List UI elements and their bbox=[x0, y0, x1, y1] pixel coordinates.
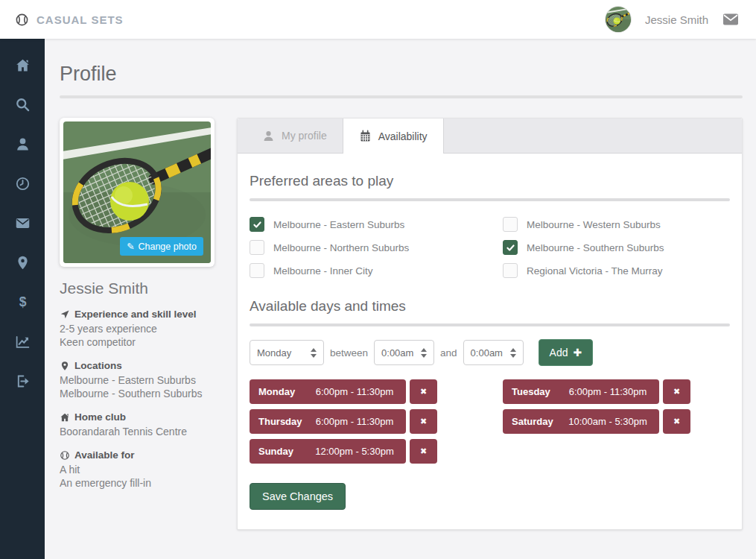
sidebar-item-search[interactable] bbox=[13, 96, 31, 113]
preferred-areas: Melbourne - Eastern Suburbs Melbourne - … bbox=[250, 217, 730, 278]
add-slot-button[interactable]: Add ✚ bbox=[539, 339, 594, 366]
tab-bar: My profile Availability bbox=[238, 119, 742, 154]
remove-slot-button[interactable]: ✖ bbox=[663, 409, 690, 434]
times-heading: Available days and times bbox=[250, 298, 730, 315]
slot-thursday: Thursday 6:00pm - 11:30pm ✖ bbox=[250, 409, 503, 434]
profile-summary: ✎ Change photo Jessie Smith Experience a… bbox=[60, 118, 215, 490]
checkbox-inner-city[interactable] bbox=[250, 263, 264, 278]
remove-slot-button[interactable]: ✖ bbox=[410, 379, 437, 404]
save-changes-button[interactable]: Save Changes bbox=[250, 483, 346, 510]
tab-availability[interactable]: Availability bbox=[343, 119, 444, 154]
main-content: Profile ✎ Change photo Jessie Smith bbox=[45, 39, 756, 559]
sidebar-item-messages[interactable] bbox=[13, 215, 31, 231]
sidebar-item-players[interactable] bbox=[13, 136, 31, 152]
envelope-icon bbox=[15, 215, 31, 231]
profile-photo: ✎ Change photo bbox=[63, 121, 211, 263]
available-for-section: Available for A hit An emergency fill-in bbox=[60, 449, 215, 490]
detail-line: Keen competitor bbox=[60, 335, 215, 349]
area-item: Melbourne - Southern Suburbs bbox=[503, 240, 730, 255]
detail-line: A hit bbox=[60, 463, 215, 476]
close-icon: ✖ bbox=[673, 417, 680, 426]
close-icon: ✖ bbox=[420, 417, 427, 426]
sidebar-item-stats[interactable] bbox=[13, 333, 31, 350]
checkbox-southern-suburbs[interactable] bbox=[503, 240, 518, 255]
tennis-ball-icon bbox=[60, 450, 70, 461]
calendar-icon bbox=[359, 130, 372, 142]
detail-line: Melbourne - Southern Suburbs bbox=[60, 387, 215, 400]
sidebar-item-locations[interactable] bbox=[13, 254, 31, 271]
add-slot-form: Monday between 0:00am and 0:00am bbox=[250, 339, 730, 366]
user-icon bbox=[15, 136, 31, 152]
start-time-select[interactable]: 0:00am bbox=[374, 340, 434, 365]
svg-text:$: $ bbox=[19, 294, 26, 309]
sidebar-item-payments[interactable]: $ bbox=[13, 294, 31, 310]
home-club-section: Home club Boorandarah Tennis Centre bbox=[60, 411, 215, 438]
spinner-icon bbox=[510, 348, 516, 358]
check-icon bbox=[506, 243, 515, 253]
remove-slot-button[interactable]: ✖ bbox=[663, 379, 690, 404]
area-item: Melbourne - Western Suburbs bbox=[503, 217, 730, 232]
area-item: Melbourne - Inner City bbox=[250, 263, 503, 278]
avatar[interactable] bbox=[605, 6, 632, 33]
between-label: between bbox=[330, 347, 368, 359]
clock-icon bbox=[15, 176, 31, 192]
brand-name: CASUAL SETS bbox=[36, 13, 124, 26]
remove-slot-button[interactable]: ✖ bbox=[410, 409, 437, 434]
profile-panel: My profile Availability Preferred bbox=[237, 118, 743, 530]
tennis-ball-logo-icon bbox=[15, 13, 29, 27]
home-icon bbox=[15, 57, 31, 73]
sidebar: $ bbox=[0, 39, 45, 559]
area-item: Regional Victoria - The Murray bbox=[503, 263, 730, 278]
title-divider bbox=[60, 95, 743, 98]
player-name: Jessie Smith bbox=[60, 280, 215, 297]
checkbox-eastern-suburbs[interactable] bbox=[250, 217, 264, 232]
close-icon: ✖ bbox=[673, 387, 680, 397]
close-icon: ✖ bbox=[420, 387, 427, 397]
sidebar-item-history[interactable] bbox=[13, 175, 31, 192]
day-select[interactable]: Monday bbox=[250, 340, 324, 365]
profile-photo-card: ✎ Change photo bbox=[60, 118, 215, 267]
page-title: Profile bbox=[60, 63, 743, 86]
areas-heading: Preferred areas to play bbox=[250, 173, 730, 189]
brand[interactable]: CASUAL SETS bbox=[15, 13, 124, 27]
detail-line: Melbourne - Eastern Suburbs bbox=[60, 373, 215, 387]
locations-section: Locations Melbourne - Eastern Suburbs Me… bbox=[60, 360, 215, 400]
map-marker-icon bbox=[15, 255, 31, 271]
spinner-icon bbox=[311, 348, 317, 358]
detail-line: 2-5 years experience bbox=[60, 322, 215, 335]
slot-sunday: Sunday 12:00pm - 5:30pm ✖ bbox=[250, 439, 503, 464]
tab-my-profile[interactable]: My profile bbox=[247, 119, 343, 153]
dollar-icon: $ bbox=[15, 294, 31, 310]
pencil-icon: ✎ bbox=[127, 241, 134, 252]
end-time-select[interactable]: 0:00am bbox=[463, 340, 524, 365]
topbar-user-name: Jessie Smith bbox=[645, 13, 708, 26]
section-divider bbox=[250, 323, 730, 326]
remove-slot-button[interactable]: ✖ bbox=[410, 439, 437, 464]
search-icon bbox=[15, 97, 31, 113]
home-icon bbox=[60, 412, 70, 423]
change-photo-button[interactable]: ✎ Change photo bbox=[120, 237, 203, 256]
detail-line: An emergency fill-in bbox=[60, 476, 215, 490]
messages-icon[interactable] bbox=[722, 10, 740, 28]
detail-line: Boorandarah Tennis Centre bbox=[60, 425, 215, 438]
checkbox-western-suburbs[interactable] bbox=[503, 217, 518, 232]
topbar: CASUAL SETS Jessie Smith bbox=[0, 0, 756, 39]
experience-section: Experience and skill level 2-5 years exp… bbox=[60, 309, 215, 349]
chart-line-icon bbox=[15, 334, 31, 350]
slot-monday: Monday 6:00pm - 11:30pm ✖ bbox=[250, 379, 503, 404]
section-divider bbox=[250, 198, 730, 201]
sidebar-item-home[interactable] bbox=[13, 57, 31, 73]
close-icon: ✖ bbox=[420, 446, 427, 456]
location-arrow-icon bbox=[60, 309, 70, 320]
checkbox-regional-victoria[interactable] bbox=[503, 263, 518, 278]
plus-icon: ✚ bbox=[574, 347, 582, 359]
checkbox-northern-suburbs[interactable] bbox=[250, 240, 264, 255]
sign-out-icon bbox=[15, 373, 31, 389]
slot-saturday: Saturday 10:00am - 5:30pm ✖ bbox=[503, 409, 690, 434]
slot-list: Monday 6:00pm - 11:30pm ✖ Tuesday 6:00pm… bbox=[250, 379, 730, 464]
sidebar-item-logout[interactable] bbox=[13, 373, 31, 389]
check-icon bbox=[252, 220, 262, 230]
slot-tuesday: Tuesday 6:00pm - 11:30pm ✖ bbox=[503, 379, 690, 404]
spinner-icon bbox=[421, 348, 427, 358]
user-icon bbox=[262, 130, 275, 142]
